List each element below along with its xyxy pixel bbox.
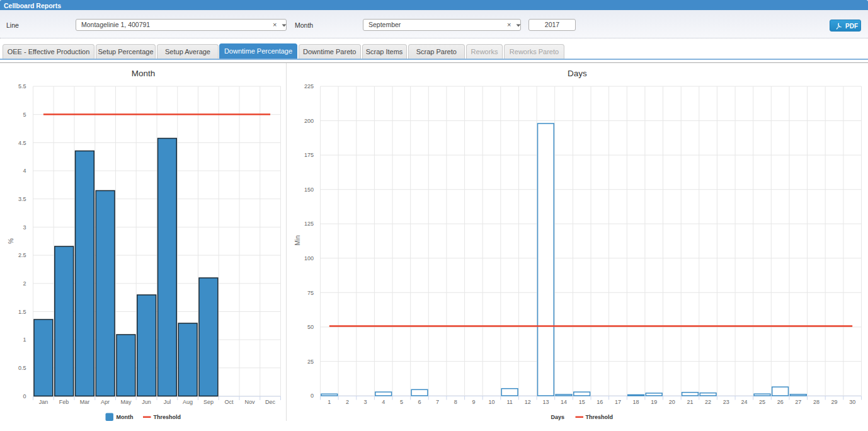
svg-text:Oct: Oct (225, 399, 234, 405)
svg-text:Month: Month (132, 69, 156, 78)
svg-text:May: May (120, 399, 132, 405)
svg-text:2: 2 (23, 280, 26, 287)
svg-text:100: 100 (304, 255, 314, 261)
svg-text:13: 13 (542, 399, 549, 405)
svg-text:Sep: Sep (203, 399, 214, 405)
svg-text:175: 175 (304, 152, 314, 158)
svg-text:17: 17 (615, 399, 621, 405)
svg-text:5.5: 5.5 (18, 83, 26, 89)
svg-text:4.5: 4.5 (18, 140, 26, 146)
svg-text:1: 1 (328, 399, 331, 405)
svg-text:20: 20 (669, 399, 675, 405)
svg-text:Nov: Nov (244, 399, 255, 405)
svg-text:50: 50 (307, 324, 314, 330)
svg-text:Min: Min (294, 235, 301, 245)
svg-text:14: 14 (561, 399, 567, 405)
svg-text:12: 12 (525, 399, 531, 405)
svg-text:19: 19 (651, 399, 657, 405)
svg-text:18: 18 (633, 399, 639, 405)
svg-text:26: 26 (777, 399, 784, 405)
svg-text:125: 125 (304, 221, 314, 227)
svg-text:4: 4 (382, 399, 385, 405)
svg-text:5: 5 (23, 112, 26, 118)
svg-text:2: 2 (346, 399, 349, 405)
svg-text:Aug: Aug (183, 399, 193, 405)
svg-text:29: 29 (831, 399, 837, 405)
svg-text:0.5: 0.5 (18, 365, 26, 371)
svg-text:Jan: Jan (39, 399, 49, 405)
svg-text:8: 8 (454, 399, 457, 405)
svg-text:Days: Days (551, 414, 565, 420)
svg-text:27: 27 (795, 399, 801, 405)
svg-text:9: 9 (472, 399, 475, 405)
svg-text:Jun: Jun (142, 399, 151, 405)
svg-text:225: 225 (304, 83, 314, 89)
svg-text:7: 7 (436, 399, 439, 405)
svg-text:Threshold: Threshold (154, 414, 181, 420)
svg-text:1.5: 1.5 (18, 309, 26, 315)
svg-text:23: 23 (723, 399, 729, 405)
svg-text:Feb: Feb (59, 399, 69, 405)
svg-text:2.5: 2.5 (18, 252, 26, 258)
svg-text:Threshold: Threshold (586, 414, 614, 420)
svg-text:30: 30 (849, 399, 855, 405)
svg-text:75: 75 (307, 290, 314, 296)
svg-text:21: 21 (687, 399, 693, 405)
svg-text:6: 6 (418, 399, 421, 405)
svg-text:25: 25 (307, 359, 314, 365)
svg-text:4: 4 (23, 168, 26, 174)
svg-text:3: 3 (364, 399, 367, 405)
svg-text:1: 1 (23, 336, 26, 343)
svg-text:Dec: Dec (265, 399, 276, 405)
svg-text:Apr: Apr (101, 399, 110, 405)
svg-text:5: 5 (400, 399, 403, 405)
svg-text:150: 150 (304, 187, 314, 193)
svg-text:15: 15 (579, 399, 585, 405)
svg-text:Jul: Jul (164, 399, 171, 405)
svg-text:10: 10 (488, 399, 494, 405)
svg-text:3: 3 (23, 224, 26, 231)
svg-text:Mar: Mar (80, 399, 90, 405)
svg-text:22: 22 (705, 399, 711, 405)
svg-text:200: 200 (304, 118, 314, 124)
svg-text:Days: Days (568, 69, 587, 78)
svg-text:Month: Month (117, 414, 134, 420)
svg-text:0: 0 (311, 393, 314, 399)
svg-text:11: 11 (506, 399, 512, 405)
svg-text:3.5: 3.5 (18, 196, 26, 202)
svg-text:0: 0 (23, 393, 26, 399)
svg-text:%: % (8, 238, 14, 244)
svg-text:25: 25 (759, 399, 765, 405)
svg-text:28: 28 (813, 399, 819, 405)
svg-text:24: 24 (741, 399, 747, 405)
svg-text:16: 16 (597, 399, 603, 405)
